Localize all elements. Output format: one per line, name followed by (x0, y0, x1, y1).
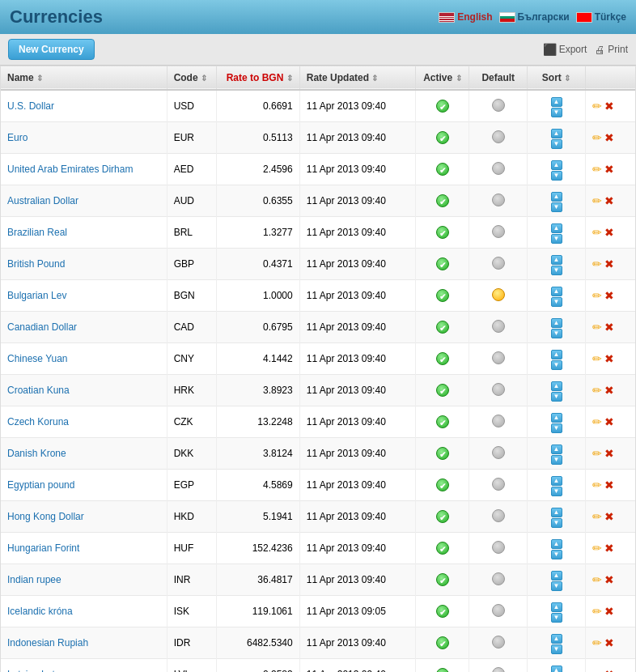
default-icon[interactable] (492, 604, 505, 617)
default-icon[interactable] (492, 541, 505, 554)
edit-icon[interactable]: ✏ (592, 289, 602, 302)
sort-down-button[interactable]: ▼ (551, 297, 562, 307)
sort-up-button[interactable]: ▲ (551, 97, 562, 107)
active-icon[interactable]: ✔ (436, 447, 449, 460)
edit-icon[interactable]: ✏ (592, 447, 602, 460)
default-icon[interactable] (492, 288, 505, 301)
lang-bulgarian[interactable]: Български (499, 11, 570, 23)
sort-up-button[interactable]: ▲ (551, 444, 562, 454)
currency-name-link[interactable]: Canadian Dollar (7, 321, 77, 333)
default-icon[interactable] (492, 194, 505, 206)
active-icon[interactable]: ✔ (436, 668, 449, 672)
delete-icon[interactable]: ✖ (604, 636, 614, 649)
delete-icon[interactable]: ✖ (604, 163, 614, 176)
default-icon[interactable] (492, 99, 505, 112)
sort-down-button[interactable]: ▼ (551, 171, 562, 181)
default-icon[interactable] (492, 162, 505, 175)
sort-up-button[interactable]: ▲ (551, 666, 562, 672)
th-code[interactable]: Code ⇕ (167, 66, 217, 90)
sort-up-button[interactable]: ▲ (551, 539, 562, 549)
edit-icon[interactable]: ✏ (592, 257, 602, 270)
edit-icon[interactable]: ✏ (592, 573, 602, 586)
delete-icon[interactable]: ✖ (604, 384, 614, 397)
sort-up-button[interactable]: ▲ (551, 350, 562, 359)
currency-name-link[interactable]: Czech Koruna (7, 416, 69, 427)
active-icon[interactable]: ✔ (436, 194, 449, 207)
active-icon[interactable]: ✔ (436, 100, 449, 113)
active-icon[interactable]: ✔ (436, 542, 449, 555)
th-sort[interactable]: Sort ⇕ (528, 66, 586, 90)
delete-icon[interactable]: ✖ (604, 100, 614, 113)
sort-down-button[interactable]: ▼ (551, 234, 562, 244)
delete-icon[interactable]: ✖ (604, 226, 614, 239)
sort-down-button[interactable]: ▼ (551, 423, 562, 433)
currency-name-link[interactable]: Danish Krone (7, 448, 66, 459)
delete-icon[interactable]: ✖ (604, 257, 614, 270)
delete-icon[interactable]: ✖ (604, 447, 614, 460)
active-icon[interactable]: ✔ (436, 257, 449, 270)
sort-up-button[interactable]: ▲ (551, 571, 562, 581)
active-icon[interactable]: ✔ (436, 636, 449, 649)
new-currency-button[interactable]: New Currency (8, 39, 95, 60)
default-icon[interactable] (492, 351, 505, 364)
active-icon[interactable]: ✔ (436, 415, 449, 428)
default-icon[interactable] (492, 225, 505, 238)
sort-down-button[interactable]: ▼ (551, 613, 562, 623)
sort-down-button[interactable]: ▼ (551, 360, 562, 370)
currency-name-link[interactable]: Hungarian Forint (7, 542, 79, 554)
delete-icon[interactable]: ✖ (604, 321, 614, 334)
edit-icon[interactable]: ✏ (592, 542, 602, 555)
th-name[interactable]: Name ⇕ (1, 66, 167, 90)
default-icon[interactable] (492, 383, 505, 396)
default-icon[interactable] (492, 257, 505, 270)
delete-icon[interactable]: ✖ (604, 668, 614, 672)
delete-icon[interactable]: ✖ (604, 605, 614, 618)
delete-icon[interactable]: ✖ (604, 194, 614, 207)
default-icon[interactable] (492, 636, 505, 649)
delete-icon[interactable]: ✖ (604, 478, 614, 491)
th-updated[interactable]: Rate Updated ⇕ (299, 66, 416, 90)
active-icon[interactable]: ✔ (436, 321, 449, 334)
sort-up-button[interactable]: ▲ (551, 634, 562, 644)
active-icon[interactable]: ✔ (436, 289, 449, 302)
sort-up-button[interactable]: ▲ (551, 255, 562, 265)
sort-down-button[interactable]: ▼ (551, 266, 562, 275)
sort-down-button[interactable]: ▼ (551, 108, 562, 117)
delete-icon[interactable]: ✖ (604, 415, 614, 428)
sort-up-button[interactable]: ▲ (551, 508, 562, 517)
default-icon[interactable] (492, 478, 505, 491)
lang-turkish[interactable]: Türkçe (576, 11, 626, 23)
sort-down-button[interactable]: ▼ (551, 329, 562, 338)
sort-up-button[interactable]: ▲ (551, 413, 562, 423)
currency-name-link[interactable]: British Pound (7, 258, 65, 270)
delete-icon[interactable]: ✖ (604, 289, 614, 302)
edit-icon[interactable]: ✏ (592, 415, 602, 428)
edit-icon[interactable]: ✏ (592, 163, 602, 176)
default-icon[interactable] (492, 130, 505, 143)
export-link[interactable]: ⬛ Export (543, 43, 587, 56)
edit-icon[interactable]: ✏ (592, 636, 602, 649)
sort-up-button[interactable]: ▲ (551, 160, 562, 170)
sort-up-button[interactable]: ▲ (551, 381, 562, 391)
default-icon[interactable] (492, 572, 505, 585)
currency-name-link[interactable]: Bulgarian Lev (7, 290, 66, 301)
edit-icon[interactable]: ✏ (592, 194, 602, 207)
delete-icon[interactable]: ✖ (604, 352, 614, 365)
edit-icon[interactable]: ✏ (592, 478, 602, 491)
print-link[interactable]: 🖨 Print (595, 44, 628, 56)
sort-down-button[interactable]: ▼ (551, 581, 562, 591)
default-icon[interactable] (492, 415, 505, 427)
sort-up-button[interactable]: ▲ (551, 476, 562, 486)
edit-icon[interactable]: ✏ (592, 321, 602, 334)
active-icon[interactable]: ✔ (436, 384, 449, 397)
sort-down-button[interactable]: ▼ (551, 518, 562, 528)
sort-down-button[interactable]: ▼ (551, 455, 562, 465)
currency-name-link[interactable]: Australian Dollar (7, 195, 78, 206)
sort-up-button[interactable]: ▲ (551, 192, 562, 202)
delete-icon[interactable]: ✖ (604, 573, 614, 586)
th-active[interactable]: Active ⇕ (416, 66, 469, 90)
sort-down-button[interactable]: ▼ (551, 392, 562, 402)
default-icon[interactable] (492, 320, 505, 333)
edit-icon[interactable]: ✏ (592, 384, 602, 397)
default-icon[interactable] (492, 509, 505, 522)
